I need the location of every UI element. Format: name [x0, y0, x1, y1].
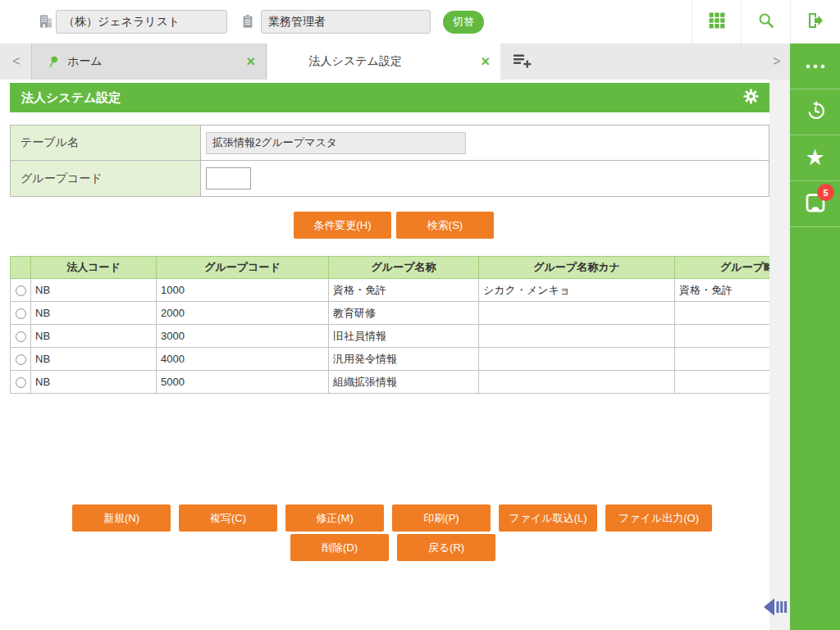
history-icon — [804, 99, 827, 126]
search-button-row: 条件変更(H) 検索(S) — [294, 212, 494, 239]
tab-active-close-icon[interactable]: × — [481, 54, 490, 69]
tab-home-label: ホーム — [67, 54, 103, 69]
column-header: グループ名称 — [329, 257, 479, 279]
results-table-wrap: 法人コードグループコードグループ名称グループ名称カナグループ略称 NB1000資… — [10, 256, 769, 394]
table-cell: NB — [31, 371, 157, 394]
table-cell — [675, 371, 770, 394]
content-right-gutter — [769, 80, 790, 630]
table-row: NB4000汎用発令情報 — [11, 348, 770, 371]
column-header: グループ略称 — [675, 257, 770, 279]
table-cell: 資格・免許 — [329, 279, 479, 302]
row-select-cell — [11, 279, 31, 302]
change-conditions-button[interactable]: 条件変更(H) — [294, 212, 391, 239]
table-cell: シカク・メンキョ — [479, 279, 675, 302]
row-select-radio[interactable] — [16, 308, 26, 319]
table-cell — [675, 348, 770, 371]
table-cell — [675, 302, 770, 325]
table-cell: NB — [31, 302, 157, 325]
row-select-radio[interactable] — [16, 285, 26, 296]
search-button[interactable]: 検索(S) — [396, 212, 494, 239]
top-bar: 切替 — [0, 0, 840, 43]
row-select-cell — [11, 302, 31, 325]
sidebar-favorites-button[interactable]: ★ — [790, 135, 840, 181]
sidebar-history-button[interactable] — [790, 89, 840, 135]
table-name-label: テーブル名 — [11, 126, 201, 160]
delete-button[interactable]: 削除(D) — [290, 534, 389, 561]
print-button[interactable]: 印刷(P) — [392, 504, 491, 532]
tab-active-label: 法人システム設定 — [267, 54, 481, 69]
table-cell — [479, 325, 675, 348]
tab-home-close-icon[interactable]: × — [246, 54, 255, 69]
form-row-group-code: グループコード — [11, 161, 769, 196]
row-select-cell — [11, 348, 31, 371]
results-table-body: NB1000資格・免許シカク・メンキョ資格・免許NB2000教育研修NB3000… — [11, 279, 770, 394]
modify-button[interactable]: 修正(M) — [285, 504, 384, 532]
table-name-input — [206, 132, 466, 154]
search-icon — [757, 11, 775, 33]
sidebar-more-button[interactable] — [790, 43, 840, 89]
collapse-arrow-icon — [762, 606, 792, 620]
global-search-button[interactable] — [741, 0, 790, 43]
sidebar-notifications-button[interactable]: 5 — [790, 181, 840, 227]
form-row-table-name: テーブル名 — [11, 126, 769, 161]
clipboard-icon — [240, 13, 255, 30]
group-code-input[interactable] — [206, 167, 251, 189]
gear-icon — [742, 88, 760, 108]
app-screen: 切替 — [0, 0, 840, 630]
table-cell: 旧社員情報 — [329, 325, 479, 348]
select-column-header — [11, 257, 31, 279]
table-name-value-cell — [201, 126, 769, 160]
column-header: グループコード — [157, 257, 329, 279]
search-condition-form: テーブル名 グループコード — [10, 125, 769, 197]
group-code-label: グループコード — [11, 161, 201, 196]
tab-strip: < ホーム × 法人システム設定 × — [0, 43, 790, 80]
action-row-2: 削除(D)戻る(R) — [290, 534, 495, 561]
results-table: 法人コードグループコードグループ名称グループ名称カナグループ略称 NB1000資… — [10, 256, 769, 394]
settings-gear-button[interactable] — [742, 88, 760, 108]
collapse-sidebar-button[interactable] — [762, 596, 792, 618]
table-cell: NB — [31, 279, 157, 302]
column-header: グループ名称カナ — [479, 257, 675, 279]
page-title-bar: 法人システム設定 — [10, 83, 769, 112]
file-import-button[interactable]: ファイル取込(L) — [499, 504, 597, 532]
right-sidebar: ★ 5 — [790, 43, 840, 630]
switch-button[interactable]: 切替 — [443, 11, 484, 34]
table-cell: 5000 — [157, 371, 329, 394]
apps-menu-button[interactable] — [692, 0, 741, 43]
table-cell: 3000 — [157, 325, 329, 348]
table-row: NB1000資格・免許シカク・メンキョ資格・免許 — [11, 279, 770, 302]
table-cell: NB — [31, 325, 157, 348]
role-input[interactable] — [261, 10, 431, 34]
column-header: 法人コード — [31, 257, 157, 279]
tab-home[interactable]: ホーム × — [31, 43, 267, 80]
star-icon: ★ — [805, 147, 824, 169]
table-cell: 組織拡張情報 — [329, 371, 479, 394]
row-select-radio[interactable] — [16, 331, 26, 342]
new-button[interactable]: 新規(N) — [72, 504, 171, 532]
add-tab-button[interactable] — [509, 52, 536, 73]
tabs-scroll-left-button[interactable]: < — [6, 43, 27, 80]
company-input[interactable] — [56, 10, 227, 34]
row-select-cell — [11, 371, 31, 394]
row-select-radio[interactable] — [16, 377, 26, 388]
tab-corporate-settings[interactable]: 法人システム設定 × — [267, 43, 500, 80]
pin-icon — [48, 56, 59, 68]
page-title: 法人システム設定 — [10, 90, 121, 106]
table-cell: 1000 — [157, 279, 329, 302]
file-export-button[interactable]: ファイル出力(O) — [605, 504, 712, 532]
table-cell: 資格・免許 — [675, 279, 770, 302]
table-row: NB2000教育研修 — [11, 302, 770, 325]
table-cell: 教育研修 — [329, 302, 479, 325]
table-cell — [479, 348, 675, 371]
ellipsis-icon — [805, 59, 826, 74]
tabs-scroll-right-button[interactable]: > — [766, 43, 788, 80]
table-cell — [479, 302, 675, 325]
row-select-radio[interactable] — [16, 354, 26, 365]
table-cell — [479, 371, 675, 394]
back-button[interactable]: 戻る(R) — [397, 534, 495, 561]
add-tab-icon — [512, 52, 533, 72]
table-cell: 4000 — [157, 348, 329, 371]
logout-button[interactable] — [790, 0, 840, 43]
apps-grid-icon — [708, 11, 726, 33]
copy-button[interactable]: 複写(C) — [179, 504, 277, 532]
